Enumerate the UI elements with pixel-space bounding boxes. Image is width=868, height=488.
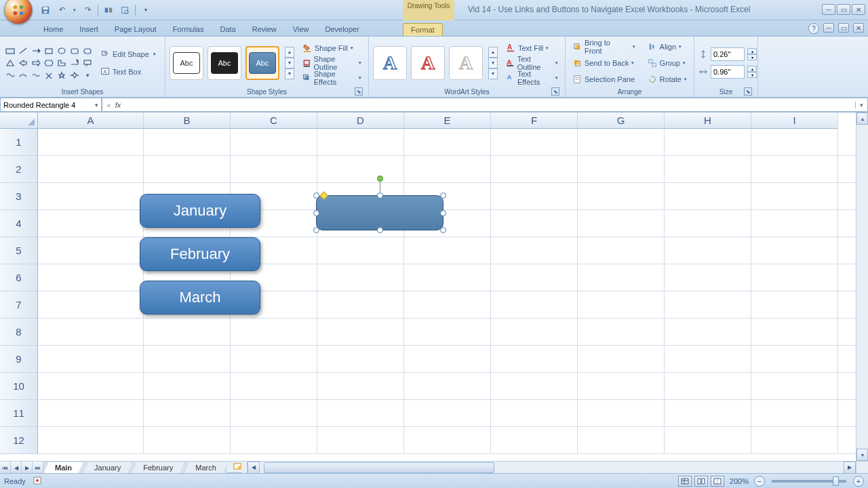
cell[interactable]	[231, 373, 317, 399]
tab-nav-prev-icon[interactable]: ◀	[11, 462, 22, 474]
sheet-tab-february[interactable]: February	[132, 462, 184, 474]
cell[interactable]	[665, 156, 751, 182]
col-header[interactable]: I	[751, 113, 838, 129]
cell[interactable]	[665, 319, 751, 345]
fx-icon[interactable]: fx	[115, 101, 121, 109]
edit-shape-button[interactable]: Edit Shape ▾	[98, 47, 159, 62]
cell[interactable]	[665, 237, 751, 264]
cell[interactable]	[491, 156, 578, 182]
vertical-scrollbar[interactable]: ▴ ▾	[856, 113, 868, 461]
width-down-icon[interactable]: ▾	[747, 72, 757, 78]
doc-minimize-button[interactable]: ─	[823, 23, 834, 33]
name-box[interactable]: Rounded Rectangle 4	[0, 98, 102, 112]
cell[interactable]	[751, 264, 838, 291]
scroll-up-icon[interactable]: ▴	[856, 113, 868, 125]
shape-styles-launcher[interactable]: ⬊	[355, 87, 363, 96]
redo-icon[interactable]: ↷	[81, 4, 94, 16]
tab-page-layout[interactable]: Page Layout	[106, 22, 165, 36]
horizontal-scrollbar[interactable]: ◀ ▶	[247, 462, 856, 473]
text-box-button[interactable]: AText Box	[98, 64, 159, 79]
row-header[interactable]: 9	[0, 346, 38, 373]
cell[interactable]	[665, 264, 751, 291]
resize-handle-nw[interactable]	[313, 192, 319, 199]
cell[interactable]	[404, 156, 491, 182]
cell[interactable]	[491, 346, 578, 372]
sheet-tab-january[interactable]: January	[83, 462, 132, 474]
tab-data[interactable]: Data	[212, 22, 243, 36]
cell[interactable]	[578, 291, 665, 318]
resize-handle-sw[interactable]	[313, 227, 319, 233]
cell[interactable]	[38, 210, 144, 237]
row-header[interactable]: 5	[0, 237, 38, 264]
print-preview-icon[interactable]	[119, 4, 131, 16]
save-icon[interactable]	[39, 4, 52, 16]
cell[interactable]	[317, 346, 404, 372]
resize-handle-ne[interactable]	[440, 192, 446, 199]
cell[interactable]	[665, 129, 751, 155]
cell[interactable]	[751, 210, 838, 237]
doc-restore-button[interactable]: ▭	[838, 23, 849, 33]
height-down-icon[interactable]: ▾	[747, 54, 757, 60]
cell[interactable]	[144, 156, 231, 182]
cell[interactable]	[38, 156, 144, 182]
doc-close-button[interactable]: ✕	[853, 23, 864, 33]
undo-icon[interactable]: ↶	[56, 4, 68, 16]
qat-custom1-icon[interactable]	[102, 4, 115, 16]
cell[interactable]	[38, 400, 144, 426]
height-up-icon[interactable]: ▴	[747, 48, 757, 54]
cell[interactable]	[144, 319, 231, 345]
cell[interactable]	[404, 319, 491, 345]
macro-record-icon[interactable]	[33, 476, 42, 487]
col-header[interactable]: A	[38, 113, 144, 129]
resize-handle-s[interactable]	[377, 227, 383, 233]
cell[interactable]	[231, 156, 317, 182]
resize-handle-se[interactable]	[440, 227, 446, 233]
cell[interactable]	[317, 400, 404, 426]
cell[interactable]	[578, 427, 665, 453]
gallery-down-icon[interactable]: ▾	[285, 58, 294, 68]
cell[interactable]	[38, 373, 144, 399]
text-fill-button[interactable]: AText Fill ▾	[503, 41, 561, 56]
col-header[interactable]: G	[578, 113, 665, 129]
tab-review[interactable]: Review	[244, 22, 285, 36]
cell[interactable]	[404, 373, 491, 399]
zoom-out-icon[interactable]: −	[754, 476, 765, 487]
wordart-gallery[interactable]: A A A ▴ ▾ ▾	[373, 46, 498, 80]
cell[interactable]	[491, 210, 578, 237]
cell[interactable]	[491, 373, 578, 399]
cell[interactable]	[491, 319, 578, 345]
gallery-up-icon[interactable]: ▴	[285, 47, 294, 58]
cell[interactable]	[491, 129, 578, 155]
cell[interactable]	[38, 346, 144, 372]
cell[interactable]	[231, 346, 317, 372]
cell[interactable]	[751, 373, 838, 399]
cell[interactable]	[751, 237, 838, 264]
cell[interactable]	[144, 427, 231, 453]
zoom-in-icon[interactable]: +	[853, 476, 864, 487]
tab-nav-first-icon[interactable]: ⏮	[0, 462, 11, 474]
col-header[interactable]: F	[491, 113, 578, 129]
bring-to-front-button[interactable]: Bring to Front ▾	[570, 39, 638, 54]
nav-button-february[interactable]: February	[140, 237, 260, 271]
resize-handle-e[interactable]	[440, 210, 446, 216]
cell[interactable]	[491, 183, 578, 209]
cell[interactable]	[38, 427, 144, 453]
cell[interactable]	[491, 291, 578, 318]
tab-developer[interactable]: Developer	[317, 22, 367, 36]
tab-nav-next-icon[interactable]: ▶	[22, 462, 33, 474]
tab-insert[interactable]: Insert	[71, 22, 106, 36]
cell[interactable]	[38, 237, 144, 264]
wordart-launcher[interactable]: ⬊	[551, 87, 559, 96]
cell[interactable]	[665, 427, 751, 453]
cell[interactable]	[578, 319, 665, 345]
cell[interactable]	[404, 400, 491, 426]
normal-view-icon[interactable]	[678, 476, 692, 487]
cell[interactable]	[751, 129, 838, 155]
close-button[interactable]: ✕	[852, 4, 865, 15]
rotate-handle[interactable]	[377, 176, 383, 182]
cell[interactable]	[404, 264, 491, 291]
cell[interactable]	[404, 427, 491, 453]
row-header[interactable]: 8	[0, 319, 38, 346]
cell[interactable]	[491, 400, 578, 426]
hscroll-thumb[interactable]	[264, 462, 494, 473]
